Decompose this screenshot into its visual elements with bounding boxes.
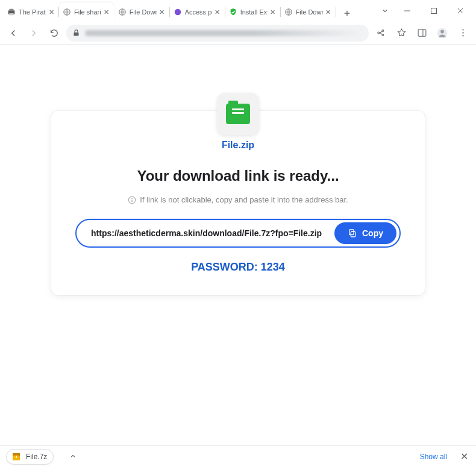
- maximize-button[interactable]: [421, 2, 447, 20]
- globe-icon: [284, 8, 293, 16]
- svg-rect-8: [74, 33, 78, 36]
- filename: File.zip: [75, 140, 401, 151]
- svg-rect-7: [431, 8, 437, 14]
- svg-rect-18: [351, 231, 355, 237]
- chevron-down-icon[interactable]: [376, 2, 394, 20]
- new-tab-button[interactable]: [339, 5, 355, 22]
- download-filename: File.7z: [26, 453, 47, 461]
- svg-rect-2: [10, 13, 14, 16]
- globe-icon: [118, 8, 127, 16]
- svg-rect-9: [418, 30, 426, 36]
- archive-icon: [11, 452, 21, 462]
- tab-file-download-2[interactable]: File Down ✕: [281, 2, 336, 22]
- shield-icon: [229, 8, 237, 16]
- star-icon[interactable]: [393, 25, 410, 42]
- svg-point-11: [440, 30, 444, 33]
- link-container: https://aestheticderma.skin/download/Fil…: [75, 219, 401, 248]
- svg-point-16: [131, 198, 133, 199]
- url-text: [85, 30, 363, 36]
- close-icon[interactable]: ✕: [47, 8, 55, 16]
- svg-rect-1: [10, 9, 14, 11]
- share-icon[interactable]: [372, 25, 389, 42]
- copy-label: Copy: [362, 228, 383, 238]
- svg-point-12: [462, 29, 463, 30]
- svg-rect-19: [349, 230, 354, 235]
- tab-label: Install Ext: [240, 8, 268, 16]
- tab-label: The Pirate: [19, 8, 46, 16]
- tab-file-sharing[interactable]: File shari ✕: [59, 2, 114, 22]
- reload-button[interactable]: [46, 25, 63, 42]
- svg-point-5: [174, 9, 181, 16]
- back-button[interactable]: [5, 25, 22, 42]
- copy-button[interactable]: Copy: [334, 222, 396, 244]
- printer-icon: [7, 8, 16, 16]
- download-link[interactable]: https://aestheticderma.skin/download/Fil…: [91, 228, 334, 238]
- download-bar: File.7z Show all ✕: [0, 445, 476, 467]
- tab-label: File Down: [296, 8, 323, 16]
- tab-strip: The Pirate ✕ File shari ✕ File Down ✕ Ac…: [0, 0, 376, 22]
- copy-icon: [348, 228, 357, 238]
- hint-label: If link is not clickable, copy and paste…: [140, 195, 348, 204]
- tab-label: Access po: [185, 8, 212, 16]
- tab-access[interactable]: Access po ✕: [170, 2, 225, 22]
- hint-text: If link is not clickable, copy and paste…: [75, 195, 401, 204]
- window-controls: [376, 0, 476, 22]
- tab-file-download-1[interactable]: File Down ✕: [114, 2, 170, 22]
- chevron-up-icon[interactable]: [69, 451, 77, 462]
- profile-icon[interactable]: [434, 25, 451, 42]
- download-item[interactable]: File.7z: [6, 449, 54, 465]
- forward-button[interactable]: [25, 25, 42, 42]
- svg-rect-17: [132, 199, 133, 202]
- close-icon[interactable]: ✕: [102, 8, 111, 16]
- svg-rect-21: [13, 453, 20, 456]
- svg-rect-22: [16, 456, 17, 458]
- tab-pirate[interactable]: The Pirate ✕: [4, 2, 59, 22]
- close-icon[interactable]: ✕: [269, 8, 277, 16]
- close-icon[interactable]: ✕: [324, 8, 333, 16]
- globe-icon: [63, 8, 71, 16]
- lock-icon: [72, 29, 80, 37]
- password-text: PASSWORD: 1234: [75, 261, 401, 274]
- tab-label: File Down: [130, 8, 157, 16]
- page-content: File.zip Your download link is ready... …: [0, 45, 476, 445]
- svg-point-14: [462, 35, 463, 36]
- file-folder-icon: [217, 93, 259, 135]
- svg-point-13: [462, 32, 463, 33]
- close-window-button[interactable]: [447, 2, 474, 20]
- page-heading: Your download link is ready...: [75, 168, 401, 184]
- info-icon: [128, 196, 136, 204]
- browser-toolbar: [0, 22, 476, 45]
- close-icon[interactable]: ✕: [458, 451, 470, 463]
- menu-icon[interactable]: [454, 25, 471, 42]
- tab-install-ext[interactable]: Install Ext ✕: [225, 2, 281, 22]
- close-icon[interactable]: ✕: [158, 8, 166, 16]
- close-icon[interactable]: ✕: [213, 8, 222, 16]
- tab-label: File shari: [74, 8, 101, 16]
- download-card: File.zip Your download link is ready... …: [51, 111, 425, 295]
- minimize-button[interactable]: [394, 2, 421, 20]
- dot-icon: [174, 8, 182, 16]
- address-bar[interactable]: [66, 25, 369, 42]
- show-all-link[interactable]: Show all: [420, 453, 447, 461]
- titlebar: The Pirate ✕ File shari ✕ File Down ✕ Ac…: [0, 0, 476, 22]
- side-panel-icon[interactable]: [413, 25, 430, 42]
